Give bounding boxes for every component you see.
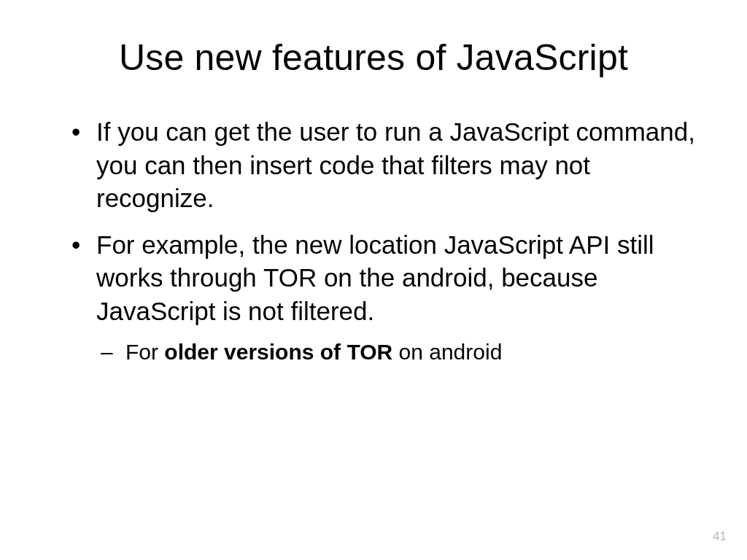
- sub-bullet-item: For older versions of TOR on android: [96, 338, 696, 366]
- sub-bullet-prefix: For: [125, 340, 164, 364]
- bullet-text: If you can get the user to run a JavaScr…: [96, 117, 695, 212]
- bullet-list: If you can get the user to run a JavaScr…: [66, 115, 696, 366]
- page-number: 41: [713, 529, 727, 544]
- slide: Use new features of JavaScript If you ca…: [0, 0, 747, 560]
- bullet-text: For example, the new location JavaScript…: [96, 230, 654, 325]
- sub-bullet-bold: older versions of TOR: [164, 340, 392, 364]
- slide-title: Use new features of JavaScript: [51, 36, 696, 79]
- slide-content: If you can get the user to run a JavaScr…: [51, 115, 696, 366]
- sub-bullet-suffix: on android: [392, 340, 502, 364]
- bullet-item: If you can get the user to run a JavaScr…: [66, 115, 696, 215]
- sub-bullet-list: For older versions of TOR on android: [96, 338, 696, 366]
- bullet-item: For example, the new location JavaScript…: [66, 228, 696, 367]
